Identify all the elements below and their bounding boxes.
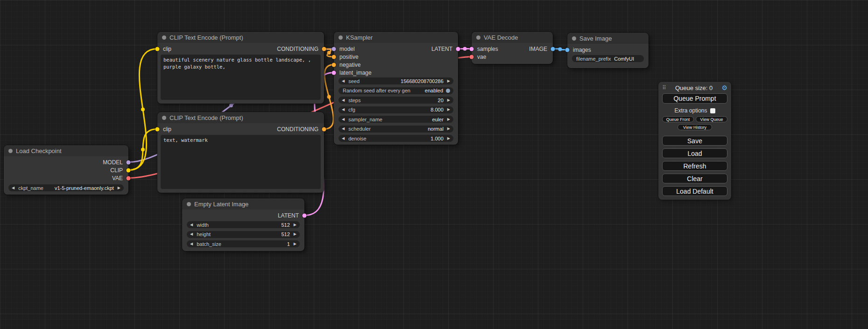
increment-icon[interactable]: ▶: [447, 79, 450, 83]
decrement-icon[interactable]: ◀: [342, 108, 345, 112]
ckpt-name-widget[interactable]: ◀ ckpt_name v1-5-pruned-emaonly.ckpt ▶: [8, 184, 124, 191]
decrement-icon[interactable]: ◀: [190, 242, 193, 246]
scheduler-widget[interactable]: ◀ scheduler normal ▶: [339, 126, 453, 133]
batch-size-widget[interactable]: ◀ batch_size 1 ▶: [187, 240, 300, 247]
widget-value: 1.000: [430, 136, 444, 141]
clip-input-dot[interactable]: [155, 47, 160, 51]
model-output-dot[interactable]: [127, 160, 131, 164]
graph-canvas[interactable]: Load Checkpoint MODEL CLIP VAE ◀ ckpt_na…: [0, 0, 868, 329]
increment-icon[interactable]: ▶: [294, 223, 296, 227]
decrement-icon[interactable]: ◀: [342, 98, 345, 102]
decrement-icon[interactable]: ◀: [190, 223, 193, 227]
increment-icon[interactable]: ▶: [447, 137, 450, 140]
positive-input-dot[interactable]: [332, 55, 336, 59]
decrement-icon[interactable]: ◀: [342, 79, 345, 83]
queue-front-button[interactable]: Queue Front: [662, 116, 694, 122]
collapse-dot-icon[interactable]: [187, 202, 191, 206]
slot-label: vae: [477, 54, 486, 60]
increment-icon[interactable]: ▶: [447, 108, 450, 112]
extra-options-checkbox[interactable]: [710, 108, 715, 113]
collapse-dot-icon[interactable]: [162, 35, 166, 40]
cfg-widget[interactable]: ◀ cfg 8.000 ▶: [339, 106, 453, 113]
node-titlebar[interactable]: CLIP Text Encode (Prompt): [157, 32, 324, 43]
input-slot-positive: positive: [334, 53, 458, 61]
sampler-name-widget[interactable]: ◀ sampler_name euler ▶: [339, 116, 453, 123]
node-vae-decode[interactable]: VAE Decode samples IMAGE vae: [472, 32, 553, 64]
decrement-icon[interactable]: ◀: [190, 232, 193, 236]
save-button[interactable]: Save: [662, 136, 727, 146]
image-output-dot[interactable]: [551, 47, 555, 51]
conditioning-output-dot[interactable]: [322, 47, 326, 51]
queue-prompt-button[interactable]: Queue Prompt: [662, 93, 727, 104]
node-titlebar[interactable]: Load Checkpoint: [4, 145, 128, 156]
collapse-dot-icon[interactable]: [162, 116, 166, 120]
next-value-icon[interactable]: ▶: [118, 186, 120, 190]
refresh-button[interactable]: Refresh: [662, 161, 727, 171]
widget-label: scheduler: [348, 126, 371, 132]
node-empty-latent-image[interactable]: Empty Latent Image LATENT ◀ width 512 ▶ …: [182, 198, 304, 251]
collapse-dot-icon[interactable]: [8, 149, 13, 153]
node-load-checkpoint[interactable]: Load Checkpoint MODEL CLIP VAE ◀ ckpt_na…: [4, 145, 128, 195]
clip-input-dot[interactable]: [155, 127, 160, 131]
width-widget[interactable]: ◀ width 512 ▶: [187, 221, 300, 228]
view-history-button[interactable]: View History: [677, 124, 712, 130]
increment-icon[interactable]: ▶: [447, 98, 450, 102]
filename-prefix-widget[interactable]: filename_prefix ComfyUI: [572, 55, 644, 62]
node-titlebar[interactable]: CLIP Text Encode (Prompt): [157, 112, 324, 123]
steps-widget[interactable]: ◀ steps 20 ▶: [339, 97, 453, 104]
latent-image-input-dot[interactable]: [332, 70, 336, 75]
settings-gear-icon[interactable]: ⚙: [721, 84, 727, 91]
conditioning-output-dot[interactable]: [322, 127, 326, 131]
node-save-image[interactable]: Save Image images filename_prefix ComfyU…: [567, 33, 649, 68]
node-title: Load Checkpoint: [16, 147, 62, 154]
seed-widget[interactable]: ◀ seed 156680208700286 ▶: [339, 77, 453, 84]
denoise-widget[interactable]: ◀ denoise 1.000 ▶: [339, 135, 453, 142]
negative-input-dot[interactable]: [332, 63, 336, 67]
load-button[interactable]: Load: [662, 148, 727, 158]
decrement-icon[interactable]: ◀: [342, 137, 345, 140]
vae-output-dot[interactable]: [127, 176, 131, 180]
collapse-dot-icon[interactable]: [572, 36, 576, 41]
random-seed-widget[interactable]: Random seed after every gen enabled: [339, 87, 453, 94]
node-title: CLIP Text Encode (Prompt): [169, 34, 243, 41]
prompt-textarea[interactable]: text, watermark: [161, 135, 321, 189]
node-title: Empty Latent Image: [194, 201, 248, 208]
increment-icon[interactable]: ▶: [294, 232, 296, 236]
widget-value: 1: [287, 241, 290, 247]
next-value-icon[interactable]: ▶: [447, 127, 450, 131]
latent-output-dot[interactable]: [303, 213, 307, 217]
load-default-button[interactable]: Load Default: [662, 186, 727, 196]
prev-value-icon[interactable]: ◀: [342, 118, 345, 121]
node-ksampler[interactable]: KSampler model LATENT positive negative …: [334, 32, 458, 145]
node-clip-text-encode-positive[interactable]: CLIP Text Encode (Prompt) clip CONDITION…: [157, 32, 324, 104]
prompt-textarea[interactable]: beautiful scenery nature glass bottle la…: [161, 55, 321, 100]
latent-output-label: LATENT: [431, 46, 452, 52]
height-widget[interactable]: ◀ height 512 ▶: [187, 231, 300, 238]
random-seed-toggle-icon[interactable]: [446, 89, 450, 93]
node-clip-text-encode-negative[interactable]: CLIP Text Encode (Prompt) clip CONDITION…: [157, 112, 324, 193]
widget-value: euler: [432, 117, 443, 122]
prev-value-icon[interactable]: ◀: [12, 186, 14, 190]
next-value-icon[interactable]: ▶: [447, 118, 450, 121]
prev-value-icon[interactable]: ◀: [342, 127, 345, 131]
increment-icon[interactable]: ▶: [294, 242, 296, 246]
latent-output-dot[interactable]: [456, 47, 460, 51]
collapse-dot-icon[interactable]: [339, 35, 343, 40]
clip-output-dot[interactable]: [127, 168, 131, 172]
widget-value: 8.000: [430, 107, 444, 112]
node-titlebar[interactable]: Empty Latent Image: [182, 198, 304, 210]
collapse-dot-icon[interactable]: [476, 35, 480, 40]
samples-input-dot[interactable]: [470, 47, 474, 51]
images-input-dot[interactable]: [565, 48, 570, 52]
slot-row: model LATENT: [334, 45, 458, 53]
vae-input-dot[interactable]: [470, 55, 474, 59]
view-queue-button[interactable]: View Queue: [696, 116, 727, 122]
widget-value: 512: [281, 231, 289, 237]
node-titlebar[interactable]: VAE Decode: [472, 32, 553, 43]
model-input-dot[interactable]: [332, 47, 336, 51]
node-titlebar[interactable]: KSampler: [334, 32, 458, 43]
clear-button[interactable]: Clear: [662, 174, 727, 183]
node-titlebar[interactable]: Save Image: [567, 33, 649, 44]
drag-handle-icon[interactable]: ⠿: [662, 84, 666, 91]
input-slot-negative: negative: [334, 61, 458, 69]
